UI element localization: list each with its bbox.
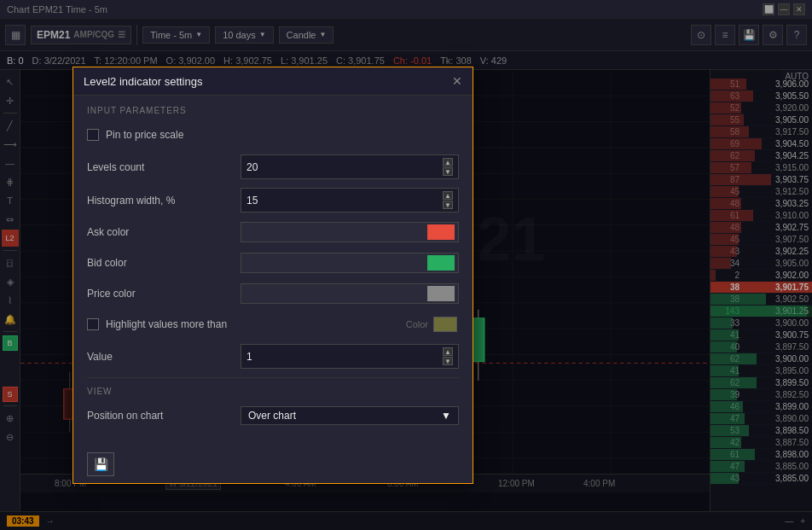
value-down[interactable]: ▼ <box>443 357 453 365</box>
ask-color-swatch-bg <box>241 222 459 242</box>
highlight-label: Highlight values more than <box>106 318 227 330</box>
bid-color-swatch-bg <box>241 253 459 273</box>
value-up[interactable]: ▲ <box>443 347 453 356</box>
value-input[interactable]: 1 ▲ ▼ <box>241 344 459 369</box>
dropdown-arrow: ▼ <box>441 410 451 422</box>
highlight-row: Highlight values more than Color <box>87 313 459 335</box>
highlight-color-label: Color <box>406 319 428 329</box>
modal-body: INPUT PARAMETERS Pin to price scale Leve… <box>73 96 473 446</box>
price-color-container <box>241 283 459 304</box>
section-divider <box>87 377 459 378</box>
bid-color-label: Bid color <box>87 257 241 269</box>
levels-count-down[interactable]: ▼ <box>443 167 453 176</box>
modal-header: Level2 indicator settings ✕ <box>73 67 473 96</box>
value-row: Value 1 ▲ ▼ <box>87 344 459 369</box>
position-label: Position on chart <box>87 410 241 422</box>
histogram-width-down[interactable]: ▼ <box>443 201 453 209</box>
ask-color-swatch[interactable] <box>427 224 455 240</box>
save-template-button[interactable]: 💾 <box>87 452 114 476</box>
modal-close-button[interactable]: ✕ <box>452 74 462 88</box>
pin-to-price-row: Pin to price scale <box>87 124 459 146</box>
save-icon: 💾 <box>94 457 108 471</box>
histogram-width-spinner[interactable]: ▲ ▼ <box>443 191 453 209</box>
histogram-width-label: Histogram width, % <box>87 195 241 207</box>
histogram-width-up[interactable]: ▲ <box>443 191 453 200</box>
price-color-row: Price color <box>87 282 459 305</box>
histogram-width-input[interactable]: 15 ▲ ▼ <box>241 188 459 213</box>
pin-to-price-wrapper: Pin to price scale <box>87 129 183 141</box>
highlight-wrapper: Highlight values more than <box>87 318 406 330</box>
value-spinner[interactable]: ▲ ▼ <box>443 347 453 365</box>
ask-color-row: Ask color <box>87 221 459 243</box>
pin-to-price-checkbox[interactable] <box>87 129 99 141</box>
bid-color-container <box>241 253 459 273</box>
levels-count-up[interactable]: ▲ <box>443 158 453 166</box>
modal-title: Level2 indicator settings <box>84 75 202 88</box>
position-value: Over chart <box>248 410 296 422</box>
view-label: VIEW <box>87 387 459 396</box>
modal-footer: 💾 <box>73 446 473 483</box>
bid-color-row: Bid color <box>87 252 459 274</box>
levels-count-label: Levels count <box>87 161 241 173</box>
price-color-swatch[interactable] <box>427 286 455 301</box>
input-params-label: INPUT PARAMETERS <box>87 106 459 115</box>
price-color-swatch-bg <box>241 283 459 304</box>
pin-to-price-label: Pin to price scale <box>106 129 183 141</box>
position-row: Position on chart Over chart ▼ <box>87 405 459 427</box>
price-color-label: Price color <box>87 288 241 300</box>
levels-count-spinner[interactable]: ▲ ▼ <box>443 158 453 176</box>
levels-count-input[interactable]: 20 ▲ ▼ <box>241 154 459 179</box>
modal-overlay: Level2 indicator settings ✕ INPUT PARAME… <box>0 0 812 530</box>
bid-color-swatch[interactable] <box>427 255 455 271</box>
value-input-value: 1 <box>246 351 252 363</box>
ask-color-container <box>241 222 459 242</box>
highlight-color-swatch[interactable] <box>433 317 457 332</box>
histogram-width-value: 15 <box>246 195 258 207</box>
highlight-checkbox[interactable] <box>87 318 99 330</box>
value-label: Value <box>87 351 241 363</box>
levels-count-row: Levels count 20 ▲ ▼ <box>87 154 459 179</box>
settings-modal: Level2 indicator settings ✕ INPUT PARAME… <box>72 67 473 484</box>
ask-color-label: Ask color <box>87 226 241 238</box>
histogram-width-row: Histogram width, % 15 ▲ ▼ <box>87 188 459 213</box>
position-dropdown[interactable]: Over chart ▼ <box>241 406 459 425</box>
levels-count-value: 20 <box>246 161 258 173</box>
